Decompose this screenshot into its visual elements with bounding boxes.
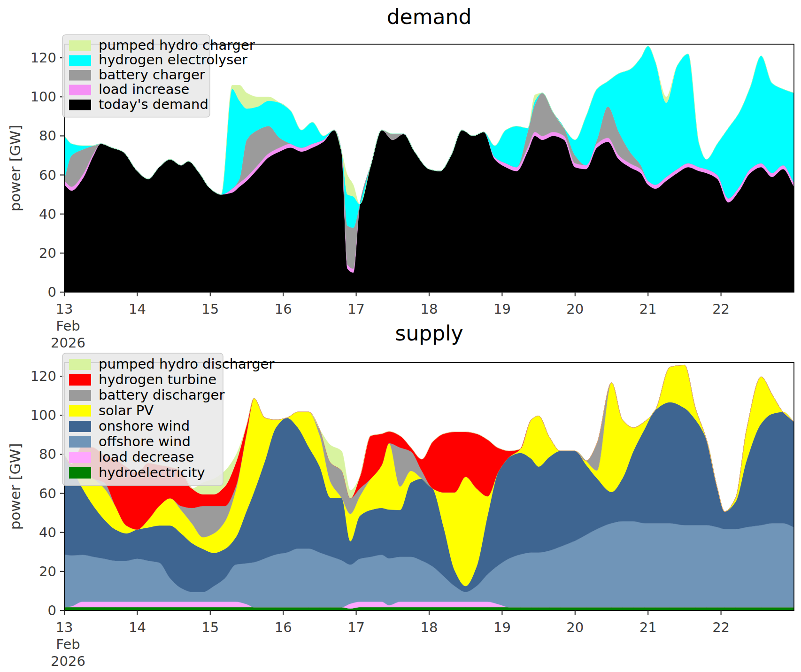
legend-label: today's demand <box>99 96 208 112</box>
legend-label: pumped hydro charger <box>99 37 255 53</box>
legend-swatch-hydrogen-electrolyser <box>69 55 91 66</box>
legend-swatch-today-s-demand <box>69 100 91 110</box>
x-tick-label: 14 <box>129 619 146 635</box>
x-tick-label: 13 <box>56 301 73 317</box>
legend-swatch-solar-pv <box>69 405 91 417</box>
legend-swatch-hydroelectricity <box>69 467 91 479</box>
figure: 13Feb20261415161718192021220204060801001… <box>0 0 801 672</box>
x-tick-label: 19 <box>493 619 511 635</box>
legend-swatch-battery-charger <box>69 70 91 81</box>
x-tick-label: 18 <box>421 619 438 635</box>
y-tick-label: 100 <box>31 89 56 105</box>
y-tick-label: 60 <box>39 167 56 183</box>
legend-label: offshore wind <box>99 433 191 449</box>
demand-x-axis: 13Feb2026141516171819202122 <box>51 292 730 351</box>
legend-swatch-onshore-wind <box>69 421 91 432</box>
x-tick-label: 13 <box>56 619 73 635</box>
x-tick-sublabel: Feb <box>56 318 80 334</box>
x-tick-label: 17 <box>347 301 365 317</box>
x-tick-label: 21 <box>639 619 657 635</box>
legend-label: load decrease <box>99 449 194 465</box>
legend-swatch-battery-discharger <box>69 390 91 401</box>
y-tick-label: 120 <box>31 368 56 384</box>
legend-label: hydrogen electrolyser <box>99 52 247 68</box>
legend-label: battery charger <box>99 67 205 83</box>
legend-swatch-offshore-wind <box>69 436 91 448</box>
x-tick-label: 16 <box>275 301 292 317</box>
supply-x-axis: 13Feb2026141516171819202122 <box>51 610 730 669</box>
legend-swatch-pumped-hydro-charger <box>69 40 91 51</box>
legend-label: hydroelectricity <box>99 464 205 480</box>
x-tick-label: 16 <box>275 619 292 635</box>
demand-legend: pumped hydro chargerhydrogen electrolyse… <box>62 35 255 117</box>
x-tick-label: 22 <box>712 301 730 317</box>
y-tick-label: 20 <box>39 564 56 579</box>
y-tick-label: 100 <box>31 407 56 423</box>
x-tick-label: 18 <box>421 301 438 317</box>
x-tick-label: 17 <box>347 619 365 635</box>
y-tick-label: 40 <box>39 525 56 541</box>
supply-chart-title: supply <box>395 323 463 344</box>
y-tick-label: 20 <box>39 245 56 261</box>
demand-chart: 13Feb20261415161718192021220204060801001… <box>31 35 794 351</box>
y-tick-label: 120 <box>31 50 56 66</box>
legend-label: battery discharger <box>99 387 224 403</box>
y-tick-label: 80 <box>39 128 56 144</box>
legend-label: hydrogen turbine <box>99 371 216 387</box>
x-tick-label: 20 <box>566 619 584 635</box>
y-tick-label: 80 <box>39 446 56 462</box>
supply-area-hydroelectricity <box>64 607 794 610</box>
supply-y-axis-label: power [GW] <box>8 443 23 530</box>
y-tick-label: 40 <box>39 206 56 222</box>
y-tick-label: 0 <box>48 284 56 300</box>
x-tick-label: 20 <box>566 301 584 317</box>
legend-swatch-pumped-hydro-discharger <box>69 359 91 370</box>
supply-y-axis: 020406080100120 <box>31 368 64 618</box>
demand-y-axis: 020406080100120 <box>31 50 64 300</box>
x-tick-label: 15 <box>201 619 219 635</box>
supply-chart: 13Feb20261415161718192021220204060801001… <box>31 353 794 669</box>
x-tick-sublabel: Feb <box>56 636 80 652</box>
y-tick-label: 60 <box>39 486 56 502</box>
x-tick-label: 14 <box>129 301 146 317</box>
legend-label: solar PV <box>99 402 154 418</box>
legend-swatch-load-decrease <box>69 452 91 463</box>
legend-label: onshore wind <box>99 418 190 434</box>
x-tick-sublabel: 2026 <box>51 653 85 669</box>
legend-label: pumped hydro discharger <box>99 356 274 372</box>
x-tick-label: 22 <box>712 619 730 635</box>
y-tick-label: 0 <box>48 602 56 618</box>
x-tick-label: 19 <box>493 301 511 317</box>
legend-label: load increase <box>99 81 189 97</box>
demand-y-axis-label: power [GW] <box>8 125 23 212</box>
x-tick-label: 21 <box>639 301 657 317</box>
x-tick-sublabel: 2026 <box>51 335 85 351</box>
legend-swatch-hydrogen-turbine <box>69 374 91 386</box>
legend-swatch-load-increase <box>69 85 91 96</box>
demand-chart-title: demand <box>387 7 472 27</box>
x-tick-label: 15 <box>201 301 219 317</box>
